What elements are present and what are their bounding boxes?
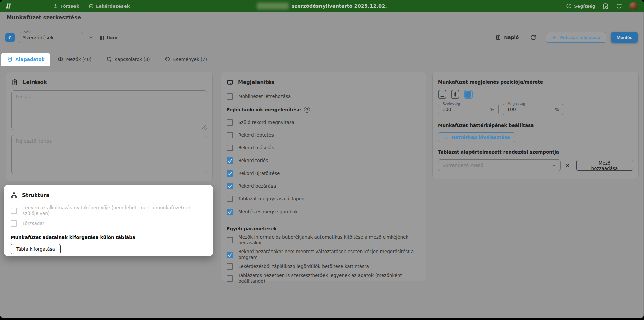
save-button[interactable]: Mentés — [611, 32, 638, 43]
checkbox-label: Táblázat megnyitása új lapon — [238, 196, 304, 202]
checkbox-open-parent-record[interactable] — [227, 119, 233, 126]
page-header: Munkafüzet szerkesztése — [0, 12, 644, 24]
sort-field-placeholder: Sorrendező mező — [442, 163, 483, 168]
checkbox-record-copy[interactable] — [227, 145, 233, 151]
checkbox-label: Törzsadat — [22, 221, 44, 226]
name-input-value: Szerződések — [23, 35, 54, 40]
display-card-title: Megjelenítés — [238, 79, 275, 85]
choose-background-button[interactable]: Háttérkép kiválasztása — [438, 132, 515, 142]
help-button[interactable]: Segítség — [566, 3, 595, 9]
question-circle-icon — [566, 3, 572, 9]
checkbox-info-bubble-autofill[interactable] — [227, 237, 233, 243]
page-title: Munkafüzet szerkesztése — [7, 15, 81, 21]
tab-label: Események (7) — [173, 57, 207, 62]
clipboard-icon — [495, 34, 501, 40]
tab-mezok[interactable]: Mezők (40) — [50, 53, 99, 66]
checkbox-row[interactable]: Mezők információs buborékjának automatik… — [227, 234, 420, 246]
checkbox-confirm-unsaved-changes[interactable] — [227, 252, 233, 258]
position-side-button[interactable] — [451, 90, 459, 99]
position-bottom-button[interactable] — [438, 90, 446, 99]
checkbox-record-reload[interactable] — [227, 170, 233, 177]
checkbox-row[interactable]: Mobilnézet létrehozása — [227, 93, 420, 100]
columns-icon[interactable] — [100, 36, 104, 40]
height-input-label: Magasság — [506, 102, 527, 106]
redacted-title-segment — [257, 3, 289, 9]
reload-icon[interactable] — [530, 34, 537, 41]
checkbox-save-cancel-buttons[interactable] — [227, 209, 233, 215]
tab-esemenyek[interactable]: Események (7) — [157, 53, 214, 66]
checkbox-row[interactable]: Táblázat megnyitása új lapon — [227, 196, 420, 202]
checkbox-row[interactable]: Rekord törlés — [227, 157, 420, 164]
clear-icon[interactable] — [565, 162, 571, 168]
resize-grip-icon[interactable] — [202, 170, 206, 173]
scrollbar[interactable] — [643, 12, 644, 318]
checkbox-row[interactable]: Rekord másolás — [227, 145, 420, 151]
description-placeholder: Leírás — [16, 94, 30, 99]
structure-card: Struktúra Legyen az alkalmazás nyitóképe… — [4, 185, 213, 256]
position-buttons — [438, 90, 633, 99]
nav-item-torzsek[interactable]: Törzsek — [53, 4, 79, 9]
checkbox-splash-screen — [11, 208, 17, 214]
continue-run-label: Futtatás folytatása — [560, 35, 600, 40]
window-title-text: szerződésnyilvántartó 2025.12.02. — [292, 3, 387, 9]
checkbox-row[interactable]: Szülő rekord megnyitása — [227, 119, 420, 126]
height-input-value: 100 — [507, 107, 516, 112]
app-logo-icon[interactable] — [5, 2, 12, 10]
checkbox-record-stepping[interactable] — [227, 132, 233, 138]
chevron-down-icon[interactable] — [88, 34, 94, 41]
checkbox-record-close[interactable] — [227, 183, 233, 189]
checkbox-label: Mobilnézet létrehozása — [238, 94, 291, 99]
topbar: Törzsek Lekérdezések szerződésnyilvántar… — [0, 0, 644, 12]
tab-alapadatok[interactable]: Alapadatok — [1, 53, 50, 66]
header-functions-title-text: Fejlécfunkciók megjelenítése — [227, 107, 301, 112]
name-input[interactable]: Név Szerződések — [19, 32, 83, 43]
checkbox-row[interactable]: Rekord léptetés — [227, 132, 420, 138]
log-button[interactable]: Napló — [495, 34, 519, 40]
checkbox-mobile-view[interactable] — [227, 93, 233, 100]
checkbox-label: Legyen az alkalmazás nyitóképernyője (ne… — [22, 205, 204, 216]
topbar-nav: Törzsek Lekérdezések — [53, 4, 130, 9]
checkbox-row[interactable]: Táblázatos nézetben is szerkeszthetőek l… — [227, 273, 420, 284]
checkbox-row: Legyen az alkalmazás nyitóképernyője (ne… — [11, 205, 206, 216]
checkbox-editable-table-view[interactable] — [227, 275, 233, 282]
notes-icon — [11, 79, 18, 86]
checkbox-record-delete[interactable] — [227, 157, 233, 164]
tab-label: Mezők (40) — [66, 57, 91, 62]
checkbox-label: Mezők információs buborékjának automatik… — [238, 234, 420, 246]
name-input-label: Név — [22, 30, 32, 34]
checkbox-row[interactable]: Mentés és mégse gombok — [227, 209, 420, 215]
pivot-table-button[interactable]: Tábla kiforgatása — [11, 244, 61, 254]
nav-item-lekerdezesek[interactable]: Lekérdezések — [89, 4, 130, 9]
checkbox-open-table-new-tab[interactable] — [227, 196, 233, 202]
descriptions-card: Leírások Leírás Fejlesztői leírás — [6, 72, 213, 181]
tab-kapcsolatok[interactable]: Kapcsolatok (3) — [99, 53, 157, 66]
width-input[interactable]: Szélesség 100 % — [438, 104, 499, 115]
add-field-button[interactable]: Mező hozzáadása — [576, 160, 633, 171]
user-avatar[interactable] — [629, 2, 638, 11]
tab-label: Alapadatok — [15, 57, 44, 62]
checkbox-row[interactable]: Rekord bezárása — [227, 183, 420, 189]
height-input[interactable]: Magasság 100 % — [503, 104, 563, 115]
help-circle-icon[interactable]: ? — [304, 107, 310, 113]
width-unit: % — [490, 107, 494, 112]
continue-run-button[interactable]: Futtatás folytatása — [546, 32, 606, 43]
developer-description-textarea[interactable]: Fejlesztői leírás — [11, 135, 207, 174]
checkbox-row[interactable]: Lekérdezésből táplálkozó legördülők betö… — [227, 263, 420, 270]
checkbox-row[interactable]: Rekord újratöltése — [227, 170, 420, 177]
sort-field-select[interactable]: Sorrendező mező — [438, 159, 561, 171]
position-fullscreen-button[interactable] — [464, 90, 473, 99]
checkbox-lazy-load-dropdowns[interactable] — [227, 263, 233, 270]
field-icon — [58, 56, 63, 62]
icon-picker-label[interactable]: Ikon — [107, 35, 118, 40]
checkbox-label: Szülő rekord megnyitása — [238, 120, 294, 125]
upload-icon — [443, 135, 448, 140]
refresh-icon[interactable] — [615, 3, 622, 9]
checkbox-row[interactable]: Rekord bezárásakor nem mentett változtat… — [227, 249, 420, 260]
workbook-initial-badge[interactable]: C — [5, 33, 15, 42]
tabbar: Alapadatok Mezők (40) Kapcsolatok (3) Es… — [0, 53, 644, 66]
description-textarea[interactable]: Leírás — [11, 90, 207, 130]
checkbox-label: Rekord bezárásakor nem mentett változtat… — [238, 249, 420, 260]
clipboard-search-icon[interactable] — [602, 3, 609, 9]
resize-grip-icon[interactable] — [202, 125, 206, 129]
help-label: Segítség — [574, 4, 595, 9]
